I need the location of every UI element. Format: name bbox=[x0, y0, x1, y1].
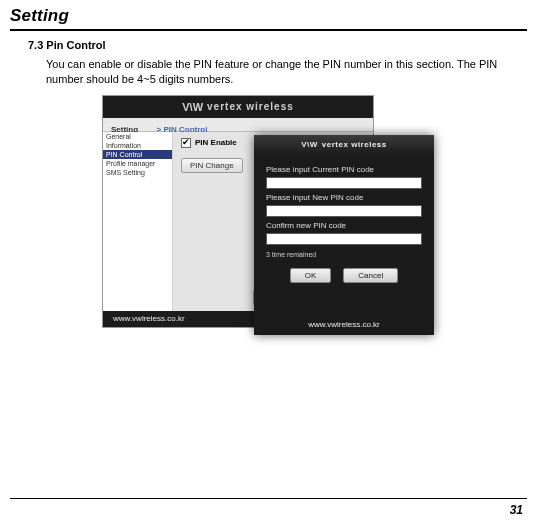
pin-enable-checkbox[interactable]: ✔ bbox=[181, 138, 191, 148]
dialog-brand-text: vertex wireless bbox=[322, 140, 387, 149]
label-new-pin: Please input New PIN code bbox=[266, 193, 422, 202]
tries-remaining: 3 time remained bbox=[266, 251, 422, 258]
dialog-ok-button[interactable]: OK bbox=[290, 268, 332, 283]
sidebar-item-pin-control[interactable]: PIN Control bbox=[103, 150, 172, 159]
input-confirm-pin[interactable] bbox=[266, 233, 422, 245]
brand-text: vertex wireless bbox=[207, 101, 294, 112]
page-title: Setting bbox=[10, 6, 527, 26]
sidebar-item-general[interactable]: General bbox=[103, 132, 172, 141]
dialog-brand-mark: V\W bbox=[301, 140, 318, 149]
sidebar-item-information[interactable]: Information bbox=[103, 141, 172, 150]
title-rule bbox=[10, 29, 527, 31]
input-current-pin[interactable] bbox=[266, 177, 422, 189]
dialog-titlebar: V\W vertex wireless bbox=[254, 135, 434, 155]
body-paragraph: You can enable or disable the PIN featur… bbox=[46, 57, 503, 87]
brand-mark: V\W bbox=[182, 101, 203, 113]
dialog-body: Please input Current PIN code Please inp… bbox=[254, 155, 434, 283]
dialog-footer-url: www.vwireless.co.kr bbox=[254, 320, 434, 329]
app-footer-url: www.vwireless.co.kr bbox=[103, 314, 185, 323]
tab-strip: Setting > PIN Control bbox=[103, 118, 373, 132]
page-footer-rule bbox=[10, 498, 527, 499]
pin-change-dialog: V\W vertex wireless Please input Current… bbox=[254, 135, 434, 335]
sidebar-item-sms-setting[interactable]: SMS Setting bbox=[103, 168, 172, 177]
page-number: 31 bbox=[510, 503, 523, 517]
label-current-pin: Please input Current PIN code bbox=[266, 165, 422, 174]
dialog-buttons: OK Cancel bbox=[266, 268, 422, 283]
input-new-pin[interactable] bbox=[266, 205, 422, 217]
sidebar: General Information PIN Control Profile … bbox=[103, 132, 173, 311]
dialog-cancel-button[interactable]: Cancel bbox=[343, 268, 398, 283]
pin-enable-label: PIN Enable bbox=[195, 138, 237, 147]
section-heading: 7.3 Pin Control bbox=[28, 39, 527, 51]
app-titlebar: V\W vertex wireless bbox=[103, 96, 373, 118]
pin-change-button[interactable]: PIN Change bbox=[181, 158, 243, 173]
figure-container: V\W vertex wireless Setting > PIN Contro… bbox=[102, 95, 422, 335]
brand: V\W vertex wireless bbox=[182, 101, 294, 113]
sidebar-item-profile-manager[interactable]: Profile manager bbox=[103, 159, 172, 168]
label-confirm-pin: Confirm new PIN code bbox=[266, 221, 422, 230]
